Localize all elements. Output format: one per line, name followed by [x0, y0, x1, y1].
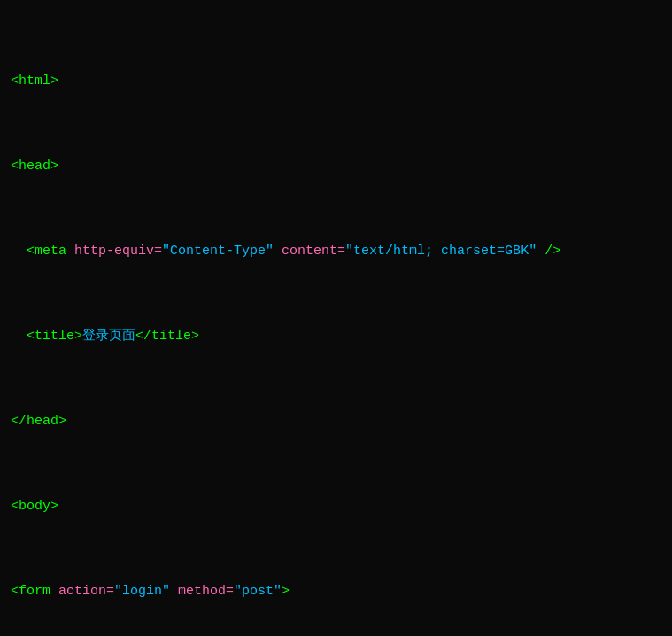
tag-meta: <meta [27, 244, 74, 259]
tag-form-open: <form [11, 584, 58, 599]
code-editor: <html> <head> <meta http-equiv="Content-… [11, 7, 661, 636]
line-html-open: <html> [11, 71, 661, 92]
tag-html-open: <html> [11, 74, 58, 89]
tag-form-gt: > [282, 584, 290, 599]
val-login: "login" [114, 584, 170, 599]
tag-meta-close: /> [537, 244, 560, 259]
attr-method: method= [170, 584, 234, 599]
attr-http-equiv: http-equiv= [74, 244, 162, 259]
tag-head-close: </head> [11, 414, 66, 429]
title-text: 登录页面 [82, 329, 135, 344]
val-post: "post" [234, 584, 282, 599]
attr-content: content= [274, 244, 345, 259]
val-text-html: "text/html; charset=GBK" [345, 244, 537, 259]
line-head-open: <head> [11, 156, 661, 177]
line-head-close: </head> [11, 411, 661, 432]
line-form-open: <form action="login" method="post"> [11, 581, 661, 602]
line-meta: <meta http-equiv="Content-Type" content=… [11, 241, 661, 262]
tag-head-open: <head> [11, 159, 58, 174]
tag-title-open: <title> [27, 329, 82, 344]
attr-action: action= [58, 584, 114, 599]
tag-body-open: <body> [11, 499, 58, 514]
val-content-type: "Content-Type" [162, 244, 274, 259]
tag-title-close: </title> [135, 329, 199, 344]
line-title: <title>登录页面</title> [11, 326, 661, 347]
line-body-open: <body> [11, 496, 661, 517]
